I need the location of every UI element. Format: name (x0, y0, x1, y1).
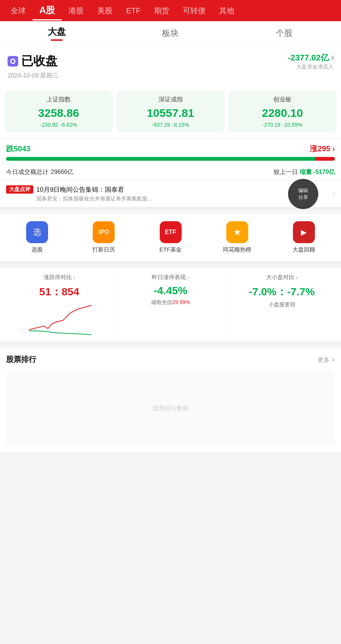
stat-arrow-0: › (73, 275, 75, 281)
stat-yesterday-performance[interactable]: 昨日涨停表现 › -4.45% 成电光信29.99% (115, 274, 226, 335)
rise-count-arrow: › (332, 144, 335, 153)
volume-compare: 较上一日 缩量 -5170亿 (274, 168, 335, 176)
fund-flow[interactable]: -2377.02亿 大盘资金净流入 (288, 52, 333, 70)
edit-share-button[interactable]: 编辑 分享 (288, 179, 318, 209)
quick-link-icon-review: ▶ (293, 221, 315, 243)
stats-section: 涨跌停对比 › 51：854 昨日涨停表现 › -4.45% 成电光信29.99… (0, 268, 341, 341)
index-name-1: 深证成指 (120, 96, 221, 104)
divider-2 (0, 261, 341, 264)
volume-value: 29666亿 (51, 168, 74, 176)
index-card-chinext[interactable]: 创业板 2280.10 -270.18 -10.59% (228, 90, 336, 132)
progress-red (315, 157, 335, 161)
progress-green (6, 157, 315, 161)
quick-link-etf[interactable]: ETF ETF基金 (137, 221, 204, 253)
stat-value-0: 51：854 (39, 285, 79, 299)
tab-sector[interactable]: 板块 (114, 21, 227, 45)
top-nav: 全球 A股 港股 美股 ETF 期货 可转债 其他 (0, 0, 341, 21)
stat-title-0: 涨跌停对比 › (44, 274, 75, 281)
nav-item-us[interactable]: 美股 (90, 3, 119, 19)
quick-link-label-1: 打新日历 (92, 246, 115, 253)
quick-link-icon-ipo: IPO (93, 221, 115, 243)
market-closed-text: 已收盘 (21, 53, 58, 70)
rise-count[interactable]: 涨295 › (310, 144, 335, 154)
bottom-section: 股票排行 更多 > 股票排行数据 (0, 348, 341, 452)
rise-fall-progress-bar (6, 157, 335, 161)
fund-flow-amount: -2377.02亿 (288, 52, 329, 64)
badge-icon-inner (10, 59, 16, 64)
quick-link-select-stock[interactable]: 选 选股 (4, 221, 70, 253)
nav-item-futures[interactable]: 期货 (147, 3, 176, 19)
stat-arrow-1: › (187, 275, 189, 281)
quick-link-review[interactable]: ▶ 大盘回顾 (271, 221, 337, 253)
index-value-2: 2280.10 (232, 107, 333, 119)
quick-link-icon-text-3: ★ (233, 227, 241, 237)
index-value-1: 10557.81 (120, 107, 221, 119)
announce-arrow-icon: › (333, 190, 335, 198)
index-change1-0: -230.92 (40, 122, 58, 128)
quick-link-icon-text-0: 选 (33, 227, 41, 238)
announce-tag: 大盘点评 (6, 185, 33, 194)
index-name-2: 创业板 (232, 96, 333, 104)
volume-change-value: 缩量 -5170亿 (300, 169, 335, 175)
nav-item-etf[interactable]: ETF (119, 3, 147, 18)
nav-item-other[interactable]: 其他 (212, 3, 241, 19)
quick-link-icon-etf: ETF (160, 221, 182, 243)
edit-share-text2: 分享 (298, 194, 308, 201)
tab-indicator (51, 39, 63, 41)
market-closed-badge: 已收盘 (8, 53, 58, 70)
quick-link-ipo[interactable]: IPO 打新日历 (70, 221, 137, 253)
market-status-section: 已收盘 -2377.02亿 大盘资金净流入 2024-10-09 星期三 (0, 45, 341, 84)
stat-title-2: 大小盘对比 › (266, 274, 298, 281)
divider-3 (0, 341, 341, 345)
index-name-0: 上证指数 (8, 96, 109, 104)
stat-large-small-ratio[interactable]: 大小盘对比 › -7.0%：-7.7% 小盘股更弱 (226, 274, 337, 335)
stat-value-2: -7.0%：-7.7% (249, 285, 315, 299)
volume-row: 今日成交额总计 29666亿 较上一日 缩量 -5170亿 (0, 164, 341, 180)
fall-count: 跌5043 (6, 144, 31, 154)
rise-fall-section: 跌5043 涨295 › (0, 139, 341, 164)
index-card-shenzhen[interactable]: 深证成指 10557.81 -937.29 -8.15% (117, 90, 225, 132)
index-change1-1: -937.29 (152, 122, 170, 128)
stat-rise-fall-ratio[interactable]: 涨跌停对比 › 51：854 (4, 274, 115, 335)
volume-label: 今日成交额总计 (6, 168, 48, 176)
nav-item-hk[interactable]: 港股 (62, 3, 90, 19)
quick-link-label-2: ETF基金 (159, 246, 181, 253)
nav-item-convertible[interactable]: 可转债 (176, 3, 212, 19)
quick-link-hot[interactable]: ★ 同花顺热榜 (204, 221, 271, 253)
bottom-section-title: 股票排行 (6, 354, 36, 365)
quick-link-icon-text-1: IPO (99, 229, 109, 236)
quick-link-icon-hot: ★ (226, 221, 248, 243)
sub-tabs: 大盘 板块 个股 (0, 21, 341, 45)
quick-link-icon-text-2: ETF (165, 229, 176, 236)
quick-link-label-4: 大盘回顾 (293, 246, 315, 253)
tab-market[interactable]: 大盘 (0, 21, 114, 45)
index-card-shanghai[interactable]: 上证指数 3258.86 -230.92 -6.62% (5, 90, 113, 132)
announcement-section[interactable]: 大盘点评 10月9日晚间公告集锦：国泰君 国泰君安：拟换股吸收合并海通证券并募集… (0, 181, 341, 207)
bottom-placeholder: 股票排行数据 (153, 405, 189, 413)
nav-item-global[interactable]: 全球 (4, 3, 33, 19)
stat-sub-2: 小盘股更弱 (269, 301, 295, 308)
market-date: 2024-10-09 星期三 (8, 72, 333, 80)
quick-link-label-3: 同花顺热榜 (223, 246, 251, 253)
index-cards: 上证指数 3258.86 -230.92 -6.62% 深证成指 10557.8… (0, 84, 341, 138)
bottom-more-link[interactable]: 更多 > (318, 356, 335, 364)
index-change2-2: -10.59% (283, 122, 302, 128)
fund-flow-label: 大盘资金净流入 (296, 64, 333, 70)
index-change2-1: -8.15% (172, 122, 189, 128)
quick-links-section: 选 选股 IPO 打新日历 ETF ETF基金 ★ 同花顺热榜 ▶ 大盘回顾 (0, 214, 341, 261)
badge-icon (8, 56, 18, 67)
index-change2-0: -6.62% (60, 122, 77, 128)
stat-title-1: 昨日涨停表现 › (152, 274, 189, 281)
fund-flow-arrow-icon (330, 56, 334, 60)
edit-share-text1: 编辑 (298, 187, 308, 194)
quick-link-icon-select: 选 (26, 221, 48, 243)
nav-item-a-stock[interactable]: A股 (33, 1, 62, 20)
index-change1-2: -270.18 (262, 122, 280, 128)
stat-value-1: -4.45% (154, 285, 187, 297)
divider-1 (0, 207, 341, 210)
stat-arrow-2: › (296, 275, 298, 281)
index-value-0: 3258.86 (8, 107, 109, 119)
quick-link-icon-text-4: ▶ (301, 228, 307, 237)
tab-individual[interactable]: 个股 (227, 21, 341, 45)
quick-link-label-0: 选股 (31, 246, 43, 253)
